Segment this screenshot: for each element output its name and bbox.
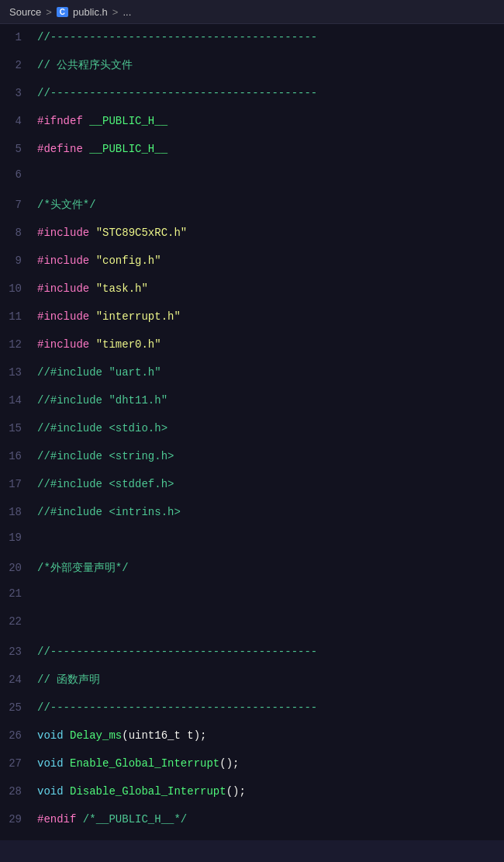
- line-number: 13: [0, 366, 37, 379]
- line-number: 8: [0, 227, 37, 239]
- code-line: 15//#include <stdio.h>: [0, 418, 504, 446]
- breadcrumb-file[interactable]: public.h: [73, 6, 108, 18]
- line-number: 21: [0, 587, 37, 600]
- line-number: 7: [0, 199, 37, 211]
- breadcrumb: Source > C public.h > ...: [0, 0, 504, 24]
- code-line: 26void Delay_ms(uint16_t t);: [0, 725, 504, 753]
- line-number: 27: [0, 757, 37, 770]
- line-number: 2: [0, 59, 37, 71]
- line-content: //#include <intrins.h>: [37, 504, 181, 521]
- code-line: 2// 公共程序头文件: [0, 55, 504, 83]
- code-line: 19: [0, 530, 504, 558]
- code-editor: 1//-------------------------------------…: [0, 24, 504, 840]
- code-line: 18//#include <intrins.h>: [0, 502, 504, 530]
- line-number: 25: [0, 701, 37, 714]
- code-line: 27void Enable_Global_Interrupt();: [0, 753, 504, 781]
- line-number: 23: [0, 646, 37, 658]
- code-line: 4#ifndef __PUBLIC_H__: [0, 111, 504, 139]
- line-content: #ifndef __PUBLIC_H__: [37, 113, 167, 130]
- line-number: 29: [0, 813, 37, 826]
- line-number: 26: [0, 729, 37, 742]
- code-line: 22: [0, 614, 504, 642]
- line-content: #include "config.h": [37, 252, 161, 269]
- breadcrumb-c-icon: C: [57, 7, 68, 17]
- code-line: 24// 函数声明: [0, 670, 504, 698]
- code-line: 5#define __PUBLIC_H__: [0, 139, 504, 167]
- line-content: //--------------------------------------…: [37, 643, 317, 660]
- line-number: 10: [0, 282, 37, 295]
- line-number: 16: [0, 450, 37, 462]
- line-content: // 函数声明: [37, 671, 100, 688]
- line-number: 3: [0, 87, 37, 99]
- code-line: 9#include "config.h": [0, 251, 504, 279]
- code-line: 16//#include <string.h>: [0, 446, 504, 474]
- code-line: 8#include "STC89C5xRC.h": [0, 223, 504, 251]
- line-content: //--------------------------------------…: [37, 85, 317, 102]
- code-line: 1//-------------------------------------…: [0, 27, 504, 55]
- line-number: 9: [0, 254, 37, 267]
- line-content: #define __PUBLIC_H__: [37, 140, 167, 158]
- line-number: 6: [0, 168, 37, 181]
- code-line: 28void Disable_Global_Interrupt();: [0, 781, 504, 809]
- line-number: 5: [0, 143, 37, 155]
- code-line: 7/*头文件*/: [0, 195, 504, 223]
- line-number: 19: [0, 531, 37, 544]
- line-number: 20: [0, 562, 37, 574]
- code-line: 6: [0, 167, 504, 195]
- line-content: /*头文件*/: [37, 196, 96, 213]
- line-number: 15: [0, 422, 37, 434]
- line-content: //--------------------------------------…: [37, 699, 317, 716]
- line-number: 4: [0, 115, 37, 127]
- line-content: // 公共程序头文件: [37, 57, 133, 74]
- breadcrumb-ellipsis: ...: [123, 6, 131, 18]
- line-number: 22: [0, 615, 37, 628]
- line-content: void Disable_Global_Interrupt();: [37, 783, 246, 800]
- line-content: //#include <stddef.h>: [37, 476, 174, 493]
- code-line: 23//------------------------------------…: [0, 642, 504, 670]
- code-line: 10#include "task.h": [0, 279, 504, 306]
- line-content: #endif /*__PUBLIC_H__*/: [37, 811, 187, 828]
- breadcrumb-sep1: >: [46, 6, 52, 18]
- code-line: 29#endif /*__PUBLIC_H__*/: [0, 809, 504, 837]
- line-number: 12: [0, 338, 37, 351]
- code-line: 13//#include "uart.h": [0, 362, 504, 390]
- line-number: 11: [0, 310, 37, 323]
- code-line: 20/*外部变量声明*/: [0, 558, 504, 586]
- breadcrumb-source[interactable]: Source: [9, 6, 41, 18]
- line-content: //#include "uart.h": [37, 364, 161, 381]
- line-number: 28: [0, 785, 37, 798]
- line-number: 18: [0, 506, 37, 518]
- line-content: #include "interrupt.h": [37, 308, 181, 325]
- line-number: 1: [0, 31, 37, 43]
- line-number: 17: [0, 478, 37, 490]
- code-line: 3//-------------------------------------…: [0, 83, 504, 111]
- line-content: void Enable_Global_Interrupt();: [37, 755, 239, 772]
- line-content: #include "timer0.h": [37, 336, 161, 353]
- line-content: //#include <stdio.h>: [37, 420, 167, 437]
- code-line: 11#include "interrupt.h": [0, 306, 504, 334]
- line-content: /*外部变量声明*/: [37, 559, 129, 576]
- line-content: #include "STC89C5xRC.h": [37, 224, 187, 241]
- line-number: 24: [0, 673, 37, 686]
- code-line: 14//#include "dht11.h": [0, 390, 504, 418]
- line-content: void Delay_ms(uint16_t t);: [37, 727, 206, 744]
- line-content: //--------------------------------------…: [37, 29, 317, 46]
- code-line: 17//#include <stddef.h>: [0, 474, 504, 502]
- code-line: 25//------------------------------------…: [0, 698, 504, 725]
- breadcrumb-sep2: >: [112, 6, 119, 18]
- code-line: 12#include "timer0.h": [0, 334, 504, 362]
- line-content: //#include "dht11.h": [37, 392, 167, 409]
- line-number: 14: [0, 394, 37, 407]
- line-content: //#include <string.h>: [37, 448, 174, 465]
- line-content: #include "task.h": [37, 280, 148, 297]
- code-line: 21: [0, 586, 504, 614]
